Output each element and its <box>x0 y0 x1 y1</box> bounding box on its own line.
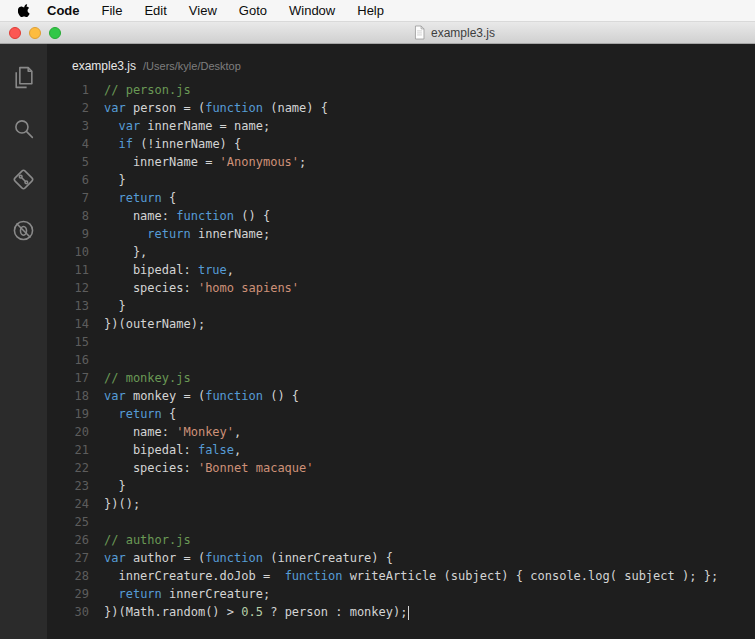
line-number[interactable]: 26 <box>47 531 104 549</box>
code-line[interactable]: 4 if (!innerName) { <box>47 135 755 153</box>
search-icon[interactable] <box>0 103 47 154</box>
menu-item-file[interactable]: File <box>102 3 123 18</box>
line-number[interactable]: 5 <box>47 153 104 171</box>
close-button[interactable] <box>9 27 21 39</box>
line-number[interactable]: 7 <box>47 189 104 207</box>
line-number[interactable]: 22 <box>47 459 104 477</box>
code-text: return { <box>104 405 176 423</box>
code-line[interactable]: 3 var innerName = name; <box>47 117 755 135</box>
line-number[interactable]: 28 <box>47 567 104 585</box>
code-text: name: function () { <box>104 207 270 225</box>
line-number[interactable]: 14 <box>47 315 104 333</box>
system-menu-bar: Code FileEditViewGotoWindowHelp <box>0 0 755 22</box>
minimize-button[interactable] <box>29 27 41 39</box>
line-number[interactable]: 9 <box>47 225 104 243</box>
line-number[interactable]: 19 <box>47 405 104 423</box>
menu-item-window[interactable]: Window <box>289 3 335 18</box>
code-area[interactable]: 1// person.js2var person = (function (na… <box>47 81 755 621</box>
line-number[interactable]: 29 <box>47 585 104 603</box>
code-line[interactable]: 15 <box>47 333 755 351</box>
menu-app-name[interactable]: Code <box>47 3 80 18</box>
file-path: /Users/kyle/Desktop <box>143 60 241 72</box>
code-line[interactable]: 23 } <box>47 477 755 495</box>
explorer-icon[interactable] <box>0 52 47 103</box>
line-number[interactable]: 4 <box>47 135 104 153</box>
code-text: // author.js <box>104 531 191 549</box>
screen: Code FileEditViewGotoWindowHelp example3… <box>0 0 755 639</box>
code-line[interactable]: 24})(); <box>47 495 755 513</box>
zoom-button[interactable] <box>49 27 61 39</box>
line-number[interactable]: 17 <box>47 369 104 387</box>
code-line[interactable]: 7 return { <box>47 189 755 207</box>
code-line[interactable]: 2var person = (function (name) { <box>47 99 755 117</box>
line-number[interactable]: 20 <box>47 423 104 441</box>
line-number[interactable]: 11 <box>47 261 104 279</box>
code-text: species: 'homo sapiens' <box>104 279 299 297</box>
code-line[interactable]: 17// monkey.js <box>47 369 755 387</box>
code-line[interactable]: 28 innerCreature.doJob = function writeA… <box>47 567 755 585</box>
code-line[interactable]: 22 species: 'Bonnet macaque' <box>47 459 755 477</box>
code-line[interactable]: 18var monkey = (function () { <box>47 387 755 405</box>
code-line[interactable]: 27var author = (function (innerCreature)… <box>47 549 755 567</box>
line-number[interactable]: 27 <box>47 549 104 567</box>
line-number[interactable]: 30 <box>47 603 104 621</box>
code-line[interactable]: 14})(outerName); <box>47 315 755 333</box>
line-number[interactable]: 25 <box>47 513 104 531</box>
debug-icon[interactable] <box>0 205 47 256</box>
menu-item-view[interactable]: View <box>189 3 217 18</box>
document-icon <box>413 25 426 40</box>
line-number[interactable]: 3 <box>47 117 104 135</box>
code-line[interactable]: 12 species: 'homo sapiens' <box>47 279 755 297</box>
menu-items: FileEditViewGotoWindowHelp <box>102 3 407 18</box>
code-text: bipedal: true, <box>104 261 234 279</box>
line-number[interactable]: 1 <box>47 81 104 99</box>
code-text: innerCreature.doJob = function writeArti… <box>104 567 718 585</box>
code-line[interactable]: 16 <box>47 351 755 369</box>
line-number[interactable]: 12 <box>47 279 104 297</box>
code-line[interactable]: 26// author.js <box>47 531 755 549</box>
line-number[interactable]: 24 <box>47 495 104 513</box>
code-text: }, <box>104 243 147 261</box>
code-line[interactable]: 25 <box>47 513 755 531</box>
code-line[interactable]: 13 } <box>47 297 755 315</box>
window-title-bar[interactable]: example3.js <box>0 22 755 44</box>
code-line[interactable]: 6 } <box>47 171 755 189</box>
line-number[interactable]: 21 <box>47 441 104 459</box>
code-text: name: 'Monkey', <box>104 423 241 441</box>
code-text: bipedal: false, <box>104 441 241 459</box>
editor[interactable]: example3.js/Users/kyle/Desktop 1// perso… <box>47 44 755 639</box>
line-number[interactable]: 23 <box>47 477 104 495</box>
window-title-text: example3.js <box>431 26 495 40</box>
window-title: example3.js <box>413 22 495 43</box>
line-number[interactable]: 15 <box>47 333 104 351</box>
apple-menu[interactable] <box>18 3 31 18</box>
text-cursor <box>408 606 409 620</box>
git-icon[interactable] <box>0 154 47 205</box>
code-line[interactable]: 8 name: function () { <box>47 207 755 225</box>
code-line[interactable]: 11 bipedal: true, <box>47 261 755 279</box>
code-line[interactable]: 20 name: 'Monkey', <box>47 423 755 441</box>
code-line[interactable]: 5 innerName = 'Anonymous'; <box>47 153 755 171</box>
line-number[interactable]: 18 <box>47 387 104 405</box>
code-text: innerName = 'Anonymous'; <box>104 153 306 171</box>
line-number[interactable]: 10 <box>47 243 104 261</box>
code-line[interactable]: 1// person.js <box>47 81 755 99</box>
line-number[interactable]: 2 <box>47 99 104 117</box>
menu-item-help[interactable]: Help <box>357 3 384 18</box>
line-number[interactable]: 13 <box>47 297 104 315</box>
code-text: var innerName = name; <box>104 117 270 135</box>
code-line[interactable]: 19 return { <box>47 405 755 423</box>
code-line[interactable]: 29 return innerCreature; <box>47 585 755 603</box>
code-line[interactable]: 30})(Math.random() > 0.5 ? person : monk… <box>47 603 755 621</box>
line-number[interactable]: 6 <box>47 171 104 189</box>
code-text: return { <box>104 189 176 207</box>
line-number[interactable]: 8 <box>47 207 104 225</box>
line-number[interactable]: 16 <box>47 351 104 369</box>
code-text: })(outerName); <box>104 315 205 333</box>
code-line[interactable]: 9 return innerName; <box>47 225 755 243</box>
menu-item-goto[interactable]: Goto <box>239 3 267 18</box>
menu-item-edit[interactable]: Edit <box>144 3 166 18</box>
code-line[interactable]: 21 bipedal: false, <box>47 441 755 459</box>
code-line[interactable]: 10 }, <box>47 243 755 261</box>
code-text: var person = (function (name) { <box>104 99 328 117</box>
